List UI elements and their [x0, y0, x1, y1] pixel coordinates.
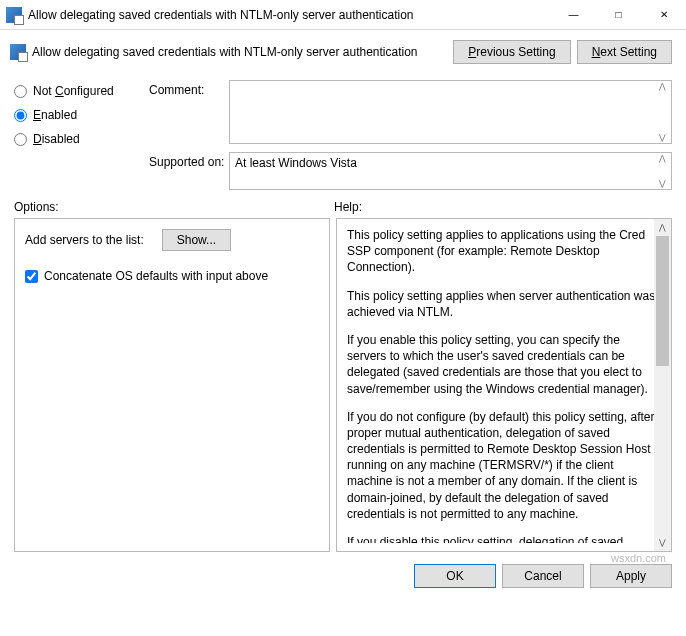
comment-field-wrapper: ⋀⋁	[229, 80, 672, 144]
help-section-label: Help:	[334, 200, 672, 214]
concatenate-label: Concatenate OS defaults with input above	[44, 269, 268, 283]
titlebar: Allow delegating saved credentials with …	[0, 0, 686, 30]
panes: Add servers to the list: Show... Concate…	[0, 218, 686, 552]
supported-value: At least Windows Vista	[235, 156, 357, 170]
radio-enabled[interactable]: Enabled	[14, 108, 149, 122]
scroll-down-icon[interactable]: ⋁	[654, 534, 671, 551]
supported-scrollbar[interactable]: ⋀⋁	[654, 154, 670, 188]
minimize-button[interactable]: —	[551, 0, 596, 29]
next-setting-button[interactable]: Next Setting	[577, 40, 672, 64]
show-button[interactable]: Show...	[162, 229, 231, 251]
radio-enabled-label: Enabled	[33, 108, 77, 122]
comment-field[interactable]	[230, 81, 654, 143]
header: Allow delegating saved credentials with …	[0, 30, 686, 74]
scroll-up-icon[interactable]: ⋀	[654, 219, 671, 236]
window-title: Allow delegating saved credentials with …	[28, 8, 551, 22]
radio-disabled[interactable]: Disabled	[14, 132, 149, 146]
radio-not-configured[interactable]: Not Configured	[14, 84, 149, 98]
scroll-thumb[interactable]	[656, 236, 669, 366]
help-paragraph: If you disable this policy setting, dele…	[347, 534, 657, 543]
help-paragraph: If you do not configure (by default) thi…	[347, 409, 657, 522]
concatenate-row[interactable]: Concatenate OS defaults with input above	[25, 269, 319, 283]
ok-button[interactable]: OK	[414, 564, 496, 588]
help-pane: This policy setting applies to applicati…	[336, 218, 672, 552]
radio-enabled-input[interactable]	[14, 109, 27, 122]
policy-title: Allow delegating saved credentials with …	[32, 45, 447, 59]
help-text: This policy setting applies to applicati…	[347, 227, 665, 543]
supported-row: Supported on: At least Windows Vista ⋀⋁	[149, 152, 672, 190]
cancel-button[interactable]: Cancel	[502, 564, 584, 588]
supported-field: At least Windows Vista ⋀⋁	[229, 152, 672, 190]
comment-label: Comment:	[149, 80, 229, 144]
state-radios: Not Configured Enabled Disabled	[14, 80, 149, 198]
add-servers-row: Add servers to the list: Show...	[25, 229, 319, 251]
fields-column: Comment: ⋀⋁ Supported on: At least Windo…	[149, 80, 672, 198]
help-paragraph: This policy setting applies when server …	[347, 288, 657, 320]
options-pane: Add servers to the list: Show... Concate…	[14, 218, 330, 552]
comment-scrollbar[interactable]: ⋀⋁	[654, 82, 670, 142]
add-servers-label: Add servers to the list:	[25, 233, 144, 247]
help-paragraph: If you enable this policy setting, you c…	[347, 332, 657, 397]
comment-row: Comment: ⋀⋁	[149, 80, 672, 144]
concatenate-checkbox[interactable]	[25, 270, 38, 283]
radio-not-configured-input[interactable]	[14, 85, 27, 98]
app-icon	[6, 7, 22, 23]
radio-disabled-input[interactable]	[14, 133, 27, 146]
options-section-label: Options:	[14, 200, 334, 214]
policy-icon	[10, 44, 26, 60]
apply-button[interactable]: Apply	[590, 564, 672, 588]
previous-setting-button[interactable]: Previous Setting	[453, 40, 570, 64]
close-button[interactable]: ✕	[641, 0, 686, 29]
window-controls: — □ ✕	[551, 0, 686, 29]
radio-not-configured-label: Not Configured	[33, 84, 114, 98]
settings-area: Not Configured Enabled Disabled Comment:…	[0, 74, 686, 198]
supported-label: Supported on:	[149, 152, 229, 190]
help-paragraph: This policy setting applies to applicati…	[347, 227, 657, 276]
footer: OK Cancel Apply	[0, 552, 686, 588]
section-labels: Options: Help:	[0, 198, 686, 218]
radio-disabled-label: Disabled	[33, 132, 80, 146]
maximize-button[interactable]: □	[596, 0, 641, 29]
help-scrollbar[interactable]: ⋀ ⋁	[654, 219, 671, 551]
